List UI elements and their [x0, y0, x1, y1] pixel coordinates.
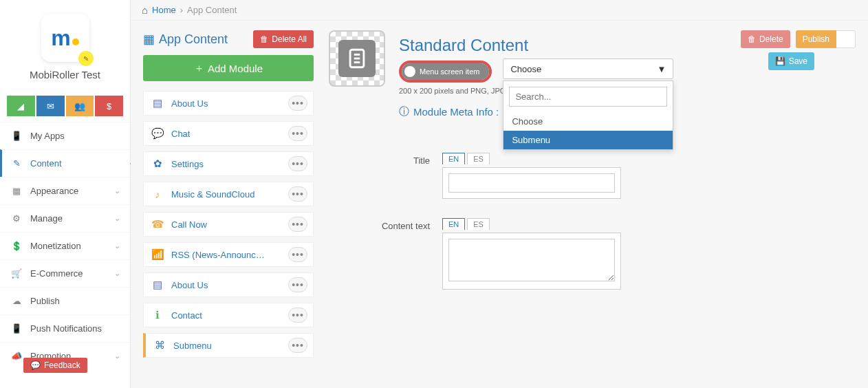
nav-icon: ✎ [10, 158, 23, 169]
trash-icon: 🗑 [748, 34, 756, 44]
add-module-button[interactable]: ＋ Add Module [143, 55, 314, 81]
dropdown-search-input[interactable] [509, 87, 667, 107]
publish-button[interactable]: Publish [796, 30, 836, 48]
nav-content[interactable]: ✎Content [0, 149, 130, 177]
module-label: About Us [171, 280, 288, 290]
nav-label: Push Notifications [30, 323, 102, 334]
app-logo[interactable]: m ✎ [41, 14, 89, 62]
save-button[interactable]: 💾 Save [768, 52, 814, 70]
publish-toggle[interactable] [836, 30, 856, 48]
module-icon: ▤ [144, 279, 171, 291]
module-thumbnail[interactable] [329, 30, 385, 87]
module-options-button[interactable]: ••• [288, 156, 307, 171]
module-options-button[interactable]: ••• [288, 186, 307, 202]
edit-logo-icon[interactable]: ✎ [78, 51, 94, 66]
sidebar: m ✎ MobiRoller Test ◢ ✉ 👥 $ 📱My Apps✎Con… [0, 0, 131, 388]
module-options-button[interactable]: ••• [288, 277, 307, 292]
nav-icon: 📱 [10, 131, 23, 141]
chevron-down-icon: ⌄ [114, 352, 120, 360]
module-icon: ♪ [144, 188, 171, 200]
stats-icon[interactable]: ◢ [7, 96, 35, 116]
module-item[interactable]: ✿Settings••• [143, 151, 314, 176]
document-icon [338, 40, 376, 77]
module-label: Settings [171, 159, 288, 169]
dropdown-option-submenu[interactable]: Submenu [503, 131, 673, 149]
tab-lang-en[interactable]: EN [442, 218, 465, 230]
module-icon: ⌘ [146, 339, 173, 352]
title-input[interactable] [448, 173, 615, 193]
select-dropdown: Choose Submenu [503, 80, 673, 150]
nav-icon: ⚙ [10, 213, 23, 224]
tab-lang-es[interactable]: ES [467, 218, 490, 230]
content-textarea[interactable] [448, 239, 615, 281]
grid-icon: ▦ [143, 32, 155, 47]
dollar-icon[interactable]: $ [95, 96, 123, 116]
trash-icon: 🗑 [260, 34, 268, 44]
plus-icon: ＋ [194, 62, 204, 75]
module-options-button[interactable]: ••• [288, 217, 307, 232]
nav-e-commerce[interactable]: 🛒E-Commerce⌄ [0, 259, 130, 287]
users-icon[interactable]: 👥 [66, 96, 94, 116]
nav-monetization[interactable]: 💲Monetization⌄ [0, 232, 130, 259]
chevron-down-icon: ⌄ [114, 269, 120, 278]
nav-label: Monetization [30, 241, 81, 251]
module-options-button[interactable]: ••• [288, 247, 307, 262]
feedback-button[interactable]: 💬 Feedback [23, 358, 87, 373]
chevron-down-icon: ⌄ [114, 214, 120, 223]
parent-menu-select: Choose ▼ Choose Submenu [503, 58, 673, 79]
nav-push-notifications[interactable]: 📱Push Notifications [0, 314, 130, 342]
dropdown-option-choose[interactable]: Choose [503, 112, 673, 131]
module-item[interactable]: ▤About Us••• [143, 272, 314, 297]
nav-label: Manage [30, 213, 63, 224]
nav-manage[interactable]: ⚙Manage⌄ [0, 204, 130, 232]
chevron-down-icon: ⌄ [114, 186, 120, 195]
module-label: About Us [171, 98, 288, 109]
module-icon: ℹ [144, 309, 171, 321]
info-icon: ⓘ [399, 105, 409, 118]
menu-screen-toggle-highlight: Menu screen item [399, 61, 492, 83]
module-item[interactable]: ▤About Us••• [143, 91, 314, 116]
module-item[interactable]: ℹContact••• [143, 303, 314, 327]
module-label: Submenu [173, 341, 288, 351]
nav-label: E-Commerce [30, 268, 83, 279]
module-list-column: ▦ App Content 🗑 Delete All ＋ Add Module … [143, 30, 314, 358]
module-item[interactable]: 📶RSS (News-Announc…••• [143, 242, 314, 267]
delete-all-button[interactable]: 🗑 Delete All [253, 30, 314, 48]
title-label: Title [329, 153, 442, 166]
nav-icon: 💲 [10, 241, 23, 251]
chevron-down-icon: ⌄ [114, 241, 120, 250]
home-icon[interactable]: ⌂ [142, 4, 148, 16]
module-label: Contact [171, 310, 288, 321]
breadcrumb-home[interactable]: Home [152, 5, 176, 15]
module-item[interactable]: 💬Chat••• [143, 121, 314, 146]
select-box[interactable]: Choose ▼ [503, 58, 673, 79]
module-label: Call Now [171, 219, 288, 230]
feedback-label: Feedback [44, 360, 80, 370]
nav-label: Publish [30, 296, 60, 306]
app-name: MobiRoller Test [7, 69, 123, 80]
module-options-button[interactable]: ••• [288, 308, 307, 323]
delete-button[interactable]: 🗑 Delete [741, 30, 790, 48]
app-content-title: ▦ App Content [143, 32, 228, 47]
module-meta-label: Module Meta Info : [413, 106, 499, 118]
tab-lang-es[interactable]: ES [467, 153, 490, 164]
module-item[interactable]: ☎Call Now••• [143, 212, 314, 237]
nav-appearance[interactable]: ▦Appearance⌄ [0, 177, 130, 204]
module-options-button[interactable]: ••• [288, 126, 307, 141]
module-label: Music & SoundCloud [171, 189, 288, 200]
breadcrumb: ⌂ Home › App Content [131, 0, 868, 21]
nav-icon: ☁ [10, 296, 23, 306]
menu-screen-toggle[interactable]: Menu screen item [402, 63, 489, 80]
module-item[interactable]: ⌘Submenu••• [143, 333, 314, 358]
mail-icon[interactable]: ✉ [36, 96, 65, 116]
module-options-button[interactable]: ••• [288, 338, 307, 353]
tab-lang-en[interactable]: EN [442, 153, 465, 164]
nav-icon: 📣 [10, 351, 23, 361]
nav-publish[interactable]: ☁Publish [0, 287, 130, 314]
nav-label: Content [30, 158, 62, 169]
module-options-button[interactable]: ••• [288, 96, 307, 111]
nav-icon: ▦ [10, 186, 23, 196]
nav-my-apps[interactable]: 📱My Apps [0, 122, 130, 149]
module-item[interactable]: ♪Music & SoundCloud••• [143, 182, 314, 206]
nav-label: My Apps [30, 131, 65, 141]
